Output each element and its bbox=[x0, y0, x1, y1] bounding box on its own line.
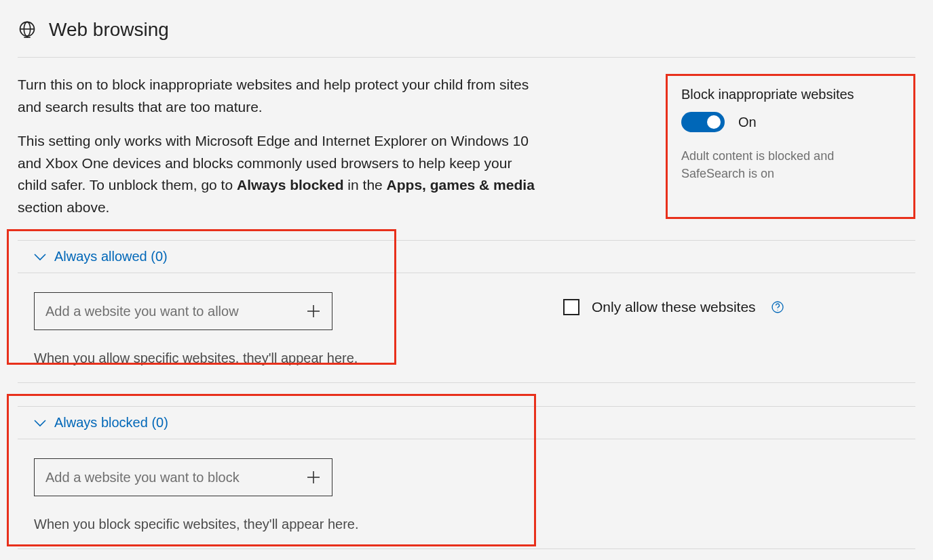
page-title: Web browsing bbox=[49, 19, 169, 41]
plus-icon[interactable] bbox=[306, 304, 321, 319]
blocked-empty-hint: When you block specific websites, they'l… bbox=[34, 517, 394, 532]
always-allowed-section: Always allowed (0) Add a website you wan… bbox=[18, 240, 915, 383]
description-p2: This setting only works with Microsoft E… bbox=[18, 130, 540, 218]
allowed-empty-hint: When you allow specific websites, they'l… bbox=[34, 351, 394, 366]
always-blocked-header[interactable]: Always blocked (0) bbox=[18, 407, 915, 439]
description-p1: Turn this on to block inappropriate webs… bbox=[18, 74, 540, 118]
only-allow-label: Only allow these websites bbox=[592, 299, 756, 315]
only-allow-checkbox[interactable] bbox=[563, 299, 579, 315]
help-icon[interactable] bbox=[771, 300, 784, 314]
block-toggle-title: Block inappropriate websites bbox=[681, 87, 900, 102]
always-blocked-label: Always blocked (0) bbox=[54, 415, 168, 431]
globe-icon bbox=[18, 20, 37, 39]
block-toggle[interactable] bbox=[681, 112, 725, 132]
block-inappropriate-panel: Block inappropriate websites On Adult co… bbox=[666, 74, 915, 219]
block-toggle-state: On bbox=[738, 115, 757, 130]
plus-icon[interactable] bbox=[306, 470, 321, 485]
chevron-down-icon bbox=[34, 253, 46, 261]
add-allow-placeholder: Add a website you want to allow bbox=[45, 304, 239, 319]
always-allowed-label: Always allowed (0) bbox=[54, 249, 168, 264]
description: Turn this on to block inappropriate webs… bbox=[18, 74, 540, 231]
always-blocked-section: Always blocked (0) Add a website you wan… bbox=[18, 406, 915, 549]
add-block-placeholder: Add a website you want to block bbox=[45, 470, 240, 485]
chevron-down-icon bbox=[34, 419, 46, 427]
always-allowed-header[interactable]: Always allowed (0) bbox=[18, 241, 915, 273]
svg-point-8 bbox=[777, 310, 778, 311]
block-toggle-hint: Adult content is blocked and SafeSearch … bbox=[681, 147, 900, 182]
add-block-input[interactable]: Add a website you want to block bbox=[34, 458, 332, 496]
add-allow-input[interactable]: Add a website you want to allow bbox=[34, 292, 332, 330]
page-header: Web browsing bbox=[18, 19, 915, 58]
